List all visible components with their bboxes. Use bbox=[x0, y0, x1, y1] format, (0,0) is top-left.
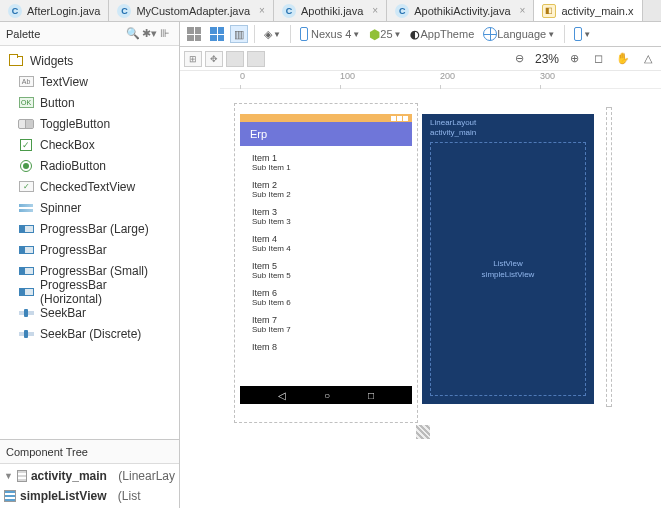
checkedtextview-icon: ✓ bbox=[19, 181, 34, 192]
ruler-horizontal: 0 100 200 300 bbox=[220, 71, 661, 89]
zoom-in-button[interactable]: ⊕ bbox=[565, 50, 583, 68]
close-icon[interactable]: × bbox=[259, 5, 265, 16]
preview-listview: Item 1Sub Item 1Item 2Sub Item 2Item 3Su… bbox=[240, 146, 412, 386]
palette-item-progressbar-horizontal[interactable]: ProgressBar (Horizontal) bbox=[0, 281, 179, 302]
gear-icon[interactable]: ✱▾ bbox=[141, 26, 157, 42]
palette-header: Palette 🔍 ✱▾ ⊪ bbox=[0, 22, 179, 46]
search-icon[interactable]: 🔍 bbox=[125, 26, 141, 42]
pan-mode-button[interactable]: ✥ bbox=[205, 51, 223, 67]
seekbar-icon bbox=[19, 332, 34, 336]
android-icon: ⬢ bbox=[369, 27, 380, 42]
theme-picker[interactable]: ◐AppTheme bbox=[407, 25, 477, 43]
blueprint-inner: ListView simpleListView bbox=[430, 142, 586, 396]
palette-group-widgets[interactable]: Widgets bbox=[0, 50, 179, 71]
tab-apothikiactivity[interactable]: CApothikiActivity.java× bbox=[387, 0, 534, 21]
progressbar-icon bbox=[19, 288, 34, 296]
editor-tabs: CAfterLogin.java CMyCustomAdapter.java× … bbox=[0, 0, 661, 22]
orientation-icon[interactable]: ◈▼ bbox=[261, 25, 284, 43]
design-canvas[interactable]: Erp Item 1Sub Item 1Item 2Sub Item 2Item… bbox=[220, 89, 661, 508]
list-item: Item 3Sub Item 3 bbox=[240, 204, 412, 231]
palette-item-progressbar[interactable]: ProgressBar bbox=[0, 239, 179, 260]
palette-list: Widgets AbTextView OKButton ToggleButton… bbox=[0, 46, 179, 439]
device-picker[interactable]: Nexus 4▼ bbox=[297, 25, 363, 43]
tree-node-simplelistview[interactable]: simpleListView (List bbox=[0, 486, 179, 506]
list-item: Item 4Sub Item 4 bbox=[240, 231, 412, 258]
palette-item-button[interactable]: OKButton bbox=[0, 92, 179, 113]
tab-mycustomadapter[interactable]: CMyCustomAdapter.java× bbox=[109, 0, 274, 21]
notifications-icon[interactable]: △ bbox=[639, 50, 657, 68]
seekbar-icon bbox=[19, 311, 34, 315]
zoom-out-button[interactable]: ⊖ bbox=[511, 50, 529, 68]
left-panel: Palette 🔍 ✱▾ ⊪ Widgets AbTextView OKButt… bbox=[0, 22, 180, 508]
variant-picker[interactable]: ▼ bbox=[571, 25, 594, 43]
xml-file-icon: ◧ bbox=[542, 4, 556, 18]
close-icon[interactable]: × bbox=[520, 5, 526, 16]
tree-node-activity-main[interactable]: ▼ activity_main (LinearLay bbox=[0, 466, 179, 486]
listview-icon bbox=[4, 490, 16, 502]
close-icon[interactable]: × bbox=[372, 5, 378, 16]
textview-icon: Ab bbox=[19, 76, 34, 87]
globe-icon bbox=[483, 27, 497, 41]
list-item: Item 8 bbox=[240, 339, 412, 357]
pan-tool-icon[interactable]: ✋ bbox=[613, 50, 633, 68]
view-mode-both-icon[interactable]: ▥ bbox=[230, 25, 248, 43]
design-canvas-area: 0 100 200 300 Erp Item 1Sub Item 1Item 2… bbox=[180, 71, 661, 508]
view-mode-design-icon[interactable] bbox=[184, 25, 204, 43]
device-navbar: ◁ ○ □ bbox=[240, 386, 412, 404]
component-tree: Component Tree ▼ activity_main (LinearLa… bbox=[0, 439, 179, 508]
progressbar-icon bbox=[19, 225, 34, 233]
api-picker[interactable]: ⬢25▼ bbox=[366, 25, 404, 43]
palette-item-progressbar-large[interactable]: ProgressBar (Large) bbox=[0, 218, 179, 239]
linearlayout-icon bbox=[17, 470, 27, 482]
language-picker[interactable]: Language▼ bbox=[480, 25, 558, 43]
tab-afterlogin[interactable]: CAfterLogin.java bbox=[0, 0, 109, 21]
phone-icon bbox=[574, 27, 582, 41]
button-icon: OK bbox=[19, 97, 34, 108]
tab-apothiki[interactable]: CApothiki.java× bbox=[274, 0, 387, 21]
palette-item-spinner[interactable]: Spinner bbox=[0, 197, 179, 218]
palette-item-checkedtextview[interactable]: ✓CheckedTextView bbox=[0, 176, 179, 197]
java-class-icon: C bbox=[395, 4, 409, 18]
list-item: Item 1Sub Item 1 bbox=[240, 150, 412, 177]
blueprint-outer-label: LinearLayoutactivity_main bbox=[422, 114, 594, 143]
resize-handle[interactable] bbox=[416, 425, 430, 439]
palette-item-togglebutton[interactable]: ToggleButton bbox=[0, 113, 179, 134]
progressbar-icon bbox=[19, 267, 34, 275]
expand-icon[interactable]: ▼ bbox=[4, 471, 13, 481]
java-class-icon: C bbox=[117, 4, 131, 18]
spinner-icon bbox=[19, 204, 33, 212]
view-mode-blueprint-icon[interactable] bbox=[207, 25, 227, 43]
device-statusbar bbox=[240, 114, 412, 122]
layout-mode-icon[interactable]: ⊪ bbox=[157, 26, 173, 42]
palette-item-textview[interactable]: AbTextView bbox=[0, 71, 179, 92]
nav-recent-icon: □ bbox=[368, 390, 374, 401]
palette-title: Palette bbox=[6, 28, 125, 40]
zoom-fit-button[interactable]: ◻ bbox=[589, 50, 607, 68]
folder-icon bbox=[9, 56, 23, 66]
device-preview[interactable]: Erp Item 1Sub Item 1Item 2Sub Item 2Item… bbox=[240, 114, 412, 404]
design-subtoolbar: ⊞ ✥ ⊖ 23% ⊕ ◻ ✋ △ bbox=[180, 47, 661, 71]
blueprint-preview[interactable]: LinearLayoutactivity_main ListView simpl… bbox=[422, 114, 594, 404]
palette-item-checkbox[interactable]: ✓CheckBox bbox=[0, 134, 179, 155]
list-item: Item 2Sub Item 2 bbox=[240, 177, 412, 204]
select-mode-button[interactable]: ⊞ bbox=[184, 51, 202, 67]
palette-item-seekbar-discrete[interactable]: SeekBar (Discrete) bbox=[0, 323, 179, 344]
checkbox-icon: ✓ bbox=[20, 139, 32, 151]
palette-item-radiobutton[interactable]: RadioButton bbox=[0, 155, 179, 176]
radiobutton-icon bbox=[20, 160, 32, 172]
java-class-icon: C bbox=[8, 4, 22, 18]
zoom-level: 23% bbox=[535, 52, 559, 66]
togglebutton-icon bbox=[18, 119, 34, 129]
tab-activity-main-xml[interactable]: ◧activity_main.x bbox=[534, 0, 642, 21]
nav-back-icon: ◁ bbox=[278, 390, 286, 401]
list-item: Item 5Sub Item 5 bbox=[240, 258, 412, 285]
design-panel: ▥ ◈▼ Nexus 4▼ ⬢25▼ ◐AppTheme Language▼ ▼… bbox=[180, 22, 661, 508]
preview-appbar: Erp bbox=[240, 122, 412, 146]
list-item: Item 6Sub Item 6 bbox=[240, 285, 412, 312]
component-tree-title: Component Tree bbox=[6, 446, 173, 458]
list-item: Item 7Sub Item 7 bbox=[240, 312, 412, 339]
phone-icon bbox=[300, 27, 308, 41]
java-class-icon: C bbox=[282, 4, 296, 18]
nav-home-icon: ○ bbox=[324, 390, 330, 401]
disabled-button bbox=[247, 51, 265, 67]
